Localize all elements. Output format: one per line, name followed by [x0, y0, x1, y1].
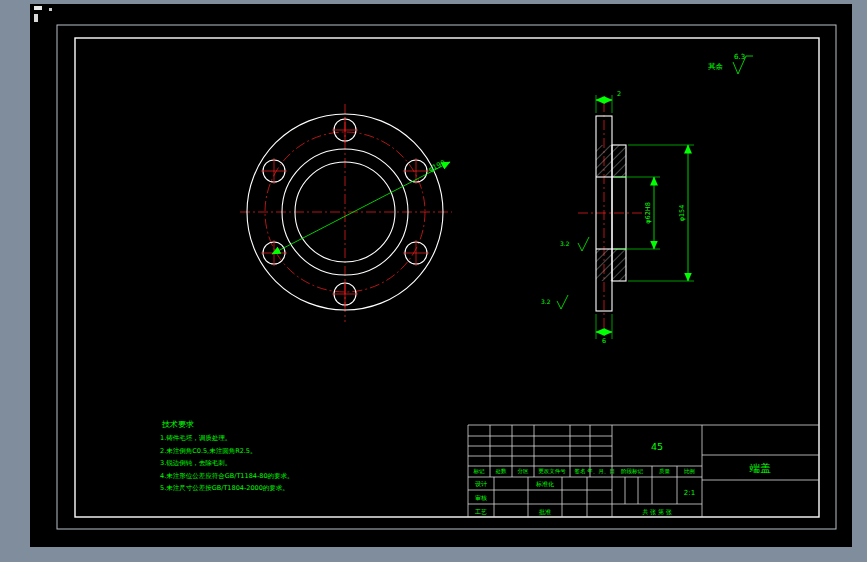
tech-req-item: 5.未注尺寸公差按GB/T1804-2000的要求。 [160, 484, 289, 492]
rev-header-count: 处数 [496, 468, 508, 475]
rev-header-docno: 更改文件号 [538, 468, 566, 474]
material-value: 45 [651, 441, 663, 452]
label-standardization: 标准化 [535, 480, 554, 488]
tech-req-title: 技术要求 [161, 420, 194, 429]
tech-req-item: 3.锐边倒钝，去除毛刺。 [160, 459, 231, 467]
hatch-lower [596, 249, 626, 281]
top-dim-label: 2 [617, 90, 621, 98]
label-weight: 质量 [659, 468, 671, 474]
label-design: 设计 [475, 480, 487, 487]
rev-header-mark: 标记 [473, 468, 486, 475]
scale-value: 2:1 [684, 489, 695, 497]
hatch-upper [596, 145, 626, 177]
bottom-dim-label: 6 [602, 337, 606, 345]
roughness-face-value: 3.2 [541, 298, 551, 305]
surface-note-prefix: 其余 [708, 62, 724, 71]
label-scale: 比例 [684, 468, 695, 475]
label-sheets: 共 张 第 张 [642, 508, 672, 516]
label-process: 工艺 [475, 508, 487, 515]
roughness-bore-value: 3.2 [560, 240, 570, 247]
part-name: 端盖 [749, 462, 772, 474]
model-space [30, 4, 852, 547]
label-check: 审核 [475, 494, 487, 501]
tech-req-item: 1.铸件毛坯，调质处理。 [160, 434, 231, 442]
engineering-drawing: φ190 2 6 φ62H8 φ154 3.2 [0, 0, 867, 562]
cad-viewport: φ190 2 6 φ62H8 φ154 3.2 [0, 0, 867, 562]
rev-header-zone: 分区 [518, 468, 530, 474]
bore-dim-label: φ62H8 [644, 202, 652, 224]
tech-req-item: 4.未注形位公差应符合GB/T1184-80的要求。 [160, 472, 294, 480]
surface-note-value: 6.3 [734, 53, 745, 61]
rev-header-date: 年、月、日 [587, 468, 615, 475]
hub-dim-label: φ154 [678, 205, 686, 222]
tech-req-item: 2.未注倒角C0.5,未注圆角R2.5。 [160, 447, 257, 455]
rev-header-sign: 签名 [575, 468, 586, 475]
label-approve: 批准 [539, 508, 551, 516]
label-stage-mark: 阶段标记 [621, 468, 644, 475]
